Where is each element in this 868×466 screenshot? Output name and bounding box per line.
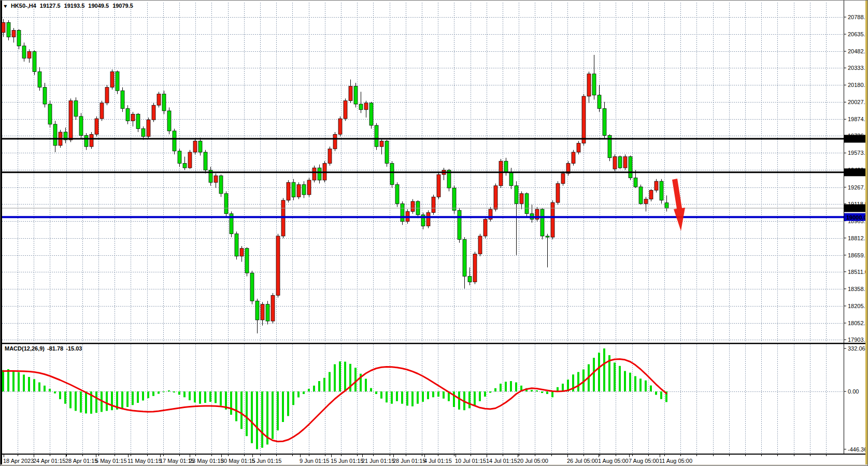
bull-candle — [613, 157, 617, 169]
macd-bar — [365, 379, 367, 392]
bull-candle — [556, 183, 560, 202]
price-badge-label: 19700.0 — [846, 136, 867, 142]
macd-bar — [121, 391, 123, 409]
bull-candle — [344, 101, 347, 119]
macd-bar — [386, 391, 388, 402]
macd-bar — [406, 391, 408, 406]
down-arrow-icon[interactable] — [672, 179, 685, 231]
macd-bar — [75, 391, 77, 411]
time-axis-label: 11 May 01:15 — [127, 458, 162, 464]
bull-candle — [582, 96, 586, 143]
macd-bar — [152, 391, 154, 396]
bear-candle — [266, 304, 269, 321]
bear-candle — [22, 46, 26, 59]
bear-candle — [629, 157, 632, 178]
macd-bar — [235, 391, 237, 421]
horizontal-level-lines[interactable] — [2, 139, 844, 217]
bull-candle — [432, 197, 435, 212]
bull-candle — [426, 213, 430, 226]
macd-bar — [593, 358, 595, 391]
bear-candle — [136, 114, 140, 128]
macd-bar — [562, 384, 564, 391]
macd-bar — [28, 377, 30, 391]
time-axis-label: 14 Jul 01:15 — [486, 458, 517, 464]
macd-bar — [178, 391, 180, 395]
macd-bar — [142, 391, 144, 401]
macd-bar — [261, 391, 263, 448]
bear-candle — [43, 88, 47, 104]
bull-candle — [131, 114, 135, 121]
macd-bar — [411, 391, 414, 406]
symbol-dropdown-icon[interactable]: ▼ — [3, 4, 8, 9]
bear-candle — [173, 131, 176, 151]
macd-bar — [339, 361, 341, 391]
bear-candle — [540, 209, 544, 236]
bear-candle — [504, 161, 508, 172]
bear-candle — [33, 52, 36, 72]
macd-bar — [251, 391, 253, 443]
quote-bar: ▼HK50-,H419127.519193.519049.519079.5 — [3, 3, 133, 9]
macd-bar — [391, 391, 393, 404]
bull-candle — [349, 86, 352, 100]
macd-bar — [417, 391, 419, 404]
time-axis-label: 5 May 01:15 — [95, 458, 127, 464]
macd-bar — [168, 390, 170, 391]
bear-candle — [354, 86, 358, 104]
macd-bar — [370, 388, 372, 392]
macd-bar — [18, 372, 20, 391]
bear-candle — [224, 194, 228, 214]
bear-candle — [390, 164, 394, 185]
macd-bar — [199, 391, 201, 404]
bull-candle — [572, 152, 575, 164]
bull-candle — [240, 249, 244, 256]
bull-candle — [328, 149, 332, 163]
bull-candle — [100, 103, 104, 119]
macd-axis-label: 0.00 — [848, 388, 859, 395]
bear-candle — [401, 203, 404, 222]
bull-candle — [649, 190, 653, 199]
macd-axis-label: -446.36 — [848, 446, 867, 453]
macd-bar — [297, 391, 300, 398]
bull-candle — [483, 220, 487, 236]
bear-candle — [183, 164, 187, 168]
macd-indicator-name: MACD(12,26,9) — [5, 345, 45, 352]
macd-bar — [437, 391, 439, 397]
macd-bar — [282, 391, 284, 422]
price-chart-canvas[interactable]: 20788.020635.020482.020333.520180.520027… — [1, 1, 868, 466]
bear-candle — [375, 125, 378, 147]
bear-candle — [515, 186, 518, 204]
macd-bar — [106, 391, 108, 411]
macd-bar — [240, 391, 243, 429]
time-axis-label: 10 Jul 01:15 — [455, 458, 486, 464]
bull-candle — [157, 94, 161, 106]
bull-candle — [69, 101, 73, 140]
bear-candle — [318, 168, 321, 180]
macd-bar — [137, 391, 139, 403]
bull-candle — [623, 157, 627, 168]
bull-candle — [188, 152, 192, 168]
macd-bar — [256, 391, 258, 449]
bear-candle — [452, 188, 456, 210]
bull-candle — [333, 134, 337, 149]
bear-candle — [84, 136, 88, 147]
bear-candle — [634, 178, 637, 187]
macd-bar — [655, 391, 657, 395]
price-axis: 20788.020635.020482.020333.520180.520027… — [844, 14, 868, 343]
bull-candle — [2, 22, 5, 32]
macd-bar — [624, 371, 626, 392]
macd-bar — [375, 391, 377, 394]
macd-bar — [484, 391, 486, 397]
macd-bar — [54, 391, 56, 394]
macd-bar — [645, 381, 647, 391]
quote-low-value: 19049.5 — [88, 3, 109, 9]
macd-bar — [33, 379, 35, 391]
macd-bar — [173, 391, 175, 392]
quote-close-value: 19079.5 — [112, 3, 133, 9]
macd-bar — [334, 365, 336, 392]
macd-bar — [59, 391, 61, 399]
macd-bar — [427, 391, 429, 399]
bear-candle — [665, 203, 668, 208]
macd-bar — [69, 391, 72, 409]
annotation-arrow[interactable] — [672, 179, 685, 231]
time-axis-label: 28 Jun 01:15 — [393, 458, 426, 464]
